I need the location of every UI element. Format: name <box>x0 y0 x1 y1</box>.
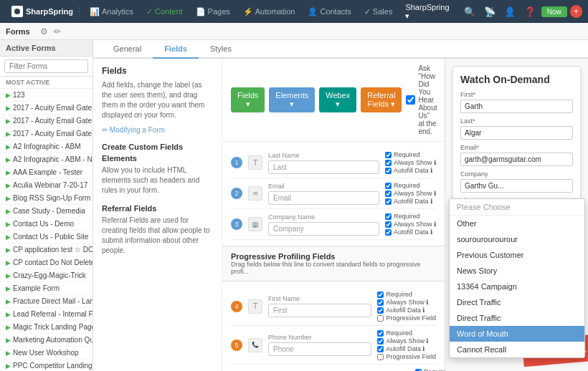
dropdown-item-sourour[interactable]: sourourourourour <box>450 231 584 247</box>
edit-icon[interactable]: ✏ <box>52 25 62 38</box>
field-input-phone[interactable] <box>268 342 371 356</box>
nav-content[interactable]: ✓ Content <box>141 4 189 19</box>
list-item[interactable]: ▶Blog RSS Sign-Up Form <box>0 192 93 205</box>
email-label: Email* <box>460 144 573 151</box>
dropdown-item-cannot-recall[interactable]: Cannot Recall <box>450 342 584 357</box>
preview-email-input[interactable] <box>460 153 573 166</box>
field-num-2: 2 <box>231 188 242 199</box>
nav-sales[interactable]: ✓ Sales <box>359 4 399 19</box>
list-item[interactable]: ▶2017 - Acuity Email Gate - De... <box>0 115 93 127</box>
list-item[interactable]: ▶AAA Example - Tester <box>0 166 93 179</box>
fields-center: Fields ▾ Elements ▾ Webex ▾ Referral Fie… <box>222 59 445 371</box>
modify-form-link[interactable]: ✏ Modifying a Form <box>102 126 213 134</box>
fields-area: Fields Add fields, change the label (as … <box>93 59 588 371</box>
list-item[interactable]: ▶Contact Us - Public Site <box>0 231 93 244</box>
list-item[interactable]: ▶Aculia Webinar 7-20-17 <box>0 179 93 192</box>
settings-icon[interactable]: ⚙ <box>39 25 49 38</box>
list-item[interactable]: ▶Lead Referral - Internal Form <box>0 308 93 321</box>
hear-about-us-checkbox[interactable]: Ask "How Did You Hear About Us" at the e… <box>406 64 437 135</box>
field-input-email[interactable] <box>268 191 379 205</box>
item-arrow-icon: ▶ <box>6 92 11 99</box>
field-options-5: Required Always Show ℹ Autofill Data ℹ P… <box>377 329 436 360</box>
elements-desc: Allow you to include HTML elements such … <box>102 165 213 196</box>
field-input-company[interactable] <box>268 222 379 236</box>
nav-automation[interactable]: ⚡ Automation <box>237 4 301 19</box>
field-row-company: 3 🏢 Company Name Required Always Show ℹ … <box>231 209 436 240</box>
help-icon[interactable]: ❓ <box>521 5 539 19</box>
now-button[interactable]: Now <box>541 6 567 17</box>
list-item[interactable]: ▶Case Study - Demedia <box>0 205 93 218</box>
dropdown-item-word-of-mouth[interactable]: Word of Mouth <box>450 326 584 342</box>
list-item[interactable]: ▶Crazy-Egg-Magic-Trick <box>0 269 93 282</box>
create-custom-title: Create Custom Fields <box>102 143 213 151</box>
field-label-email: Email <box>268 183 379 190</box>
dropdown-item-campaign[interactable]: 13364 Campaign <box>450 279 584 294</box>
list-item[interactable]: ▶Marketing Automation Quiz E... <box>0 334 93 347</box>
elements-button[interactable]: Elements ▾ <box>269 87 315 112</box>
field-input-first[interactable] <box>268 304 371 317</box>
tab-styles[interactable]: Styles <box>199 40 243 59</box>
dropdown-item-other[interactable]: Other <box>450 216 584 231</box>
tab-general[interactable]: General <box>102 40 153 59</box>
item-arrow-icon: ▶ <box>6 169 11 176</box>
user-icon[interactable]: 👤 <box>501 5 518 19</box>
sidebar-header: Active Forms <box>0 40 93 57</box>
list-item[interactable]: ▶Magic Trick Landing Page <box>0 321 93 334</box>
item-arrow-icon: ▶ <box>6 259 11 266</box>
list-item[interactable]: ▶A2 Infographic - ABM <box>0 140 93 153</box>
logo-text: SharpSpring <box>26 7 73 16</box>
nav-pages[interactable]: 📄 Pages <box>190 4 236 19</box>
dropdown-item-prev-customer[interactable]: Previous Customer <box>450 247 584 263</box>
nav-logo[interactable]: SharpSpring <box>6 6 80 17</box>
referral-fields-button[interactable]: Referral Fields ▾ <box>361 87 402 112</box>
sidebar-list: ▶123 ▶2017 - Acuity Email Gate - D... ▶2… <box>0 89 93 371</box>
list-item[interactable]: ▶Example Form <box>0 282 93 295</box>
preview-company-input[interactable] <box>460 179 573 193</box>
checkbox-label: Ask "How Did You Hear About Us" at the e… <box>418 64 437 135</box>
list-item[interactable]: ▶123 <box>0 89 93 102</box>
preview-last-input[interactable] <box>460 126 573 140</box>
list-item[interactable]: ▶New User Workshop <box>0 347 93 360</box>
sidebar-section-label: MOST ACTIVE <box>0 77 93 89</box>
item-arrow-icon: ▶ <box>6 285 11 292</box>
nav-contacts[interactable]: 👤 Contacts <box>302 4 356 19</box>
dropdown-item-news-story[interactable]: News Story <box>450 263 584 279</box>
list-item[interactable]: ▶A2 Infographic - ABM - Native <box>0 153 93 166</box>
field-type-icon-email: ✉ <box>248 186 262 201</box>
forms-title: Forms <box>6 27 36 36</box>
progressive-section-header: Progressive Profiling Fields Drag fields… <box>222 246 445 281</box>
search-input[interactable] <box>4 59 88 73</box>
list-item[interactable]: ▶Fracture Direct Mail - Landing... <box>0 295 93 308</box>
field-type-icon-phone: 📞 <box>248 338 262 352</box>
item-arrow-icon: ▶ <box>6 362 11 370</box>
field-row-email: 2 ✉ Email Required Always Show ℹ Autofil… <box>231 178 436 209</box>
sidebar-search-area <box>0 57 93 77</box>
nav-analytics[interactable]: 📊 Analytics <box>84 4 139 19</box>
plus-button[interactable]: + <box>570 5 582 18</box>
field-label-company: Company Name <box>268 213 379 221</box>
list-item[interactable]: ▶CP contact Do Not Delete <box>0 256 93 269</box>
list-item[interactable]: ▶CP application test ☆ DO NOT... <box>0 244 93 256</box>
item-arrow-icon: ▶ <box>6 298 11 305</box>
list-item[interactable]: ▶2017 - Acuity Email Gate - PP... <box>0 127 93 140</box>
webex-button[interactable]: Webex ▾ <box>319 87 356 112</box>
search-icon[interactable]: 🔍 <box>461 5 478 19</box>
item-arrow-icon: ▶ <box>6 233 11 241</box>
list-item[interactable]: ▶PPC Competitor Landing Pag... <box>0 360 93 371</box>
field-options-4: Required Always Show ℹ Autofill Data ℹ P… <box>377 291 436 322</box>
rss-icon[interactable]: 📡 <box>481 5 498 19</box>
field-input-last[interactable] <box>268 160 379 174</box>
list-item[interactable]: ▶2017 - Acuity Email Gate - D... <box>0 102 93 115</box>
field-options-6: Required Always Show ℹ Autofill Data ℹ P… <box>415 368 445 371</box>
nav-right: SharpSpring ▾ 🔍 📡 👤 ❓ Now + <box>401 1 582 22</box>
list-item[interactable]: ▶Contact Us - Demo <box>0 218 93 231</box>
tab-fields[interactable]: Fields <box>153 40 199 59</box>
last-label: Last* <box>460 117 573 125</box>
dropdown-item-direct1[interactable]: Direct Traffic <box>450 294 584 310</box>
dropdown-item-direct2[interactable]: Direct Traffic <box>450 310 584 326</box>
fields-button[interactable]: Fields ▾ <box>231 87 265 112</box>
preview-first-input[interactable] <box>460 100 573 113</box>
elements-section: Elements Allow you to include HTML eleme… <box>102 154 213 196</box>
sidebar: Active Forms MOST ACTIVE ▶123 ▶2017 - Ac… <box>0 40 93 371</box>
nav-brand[interactable]: SharpSpring ▾ <box>401 1 457 22</box>
